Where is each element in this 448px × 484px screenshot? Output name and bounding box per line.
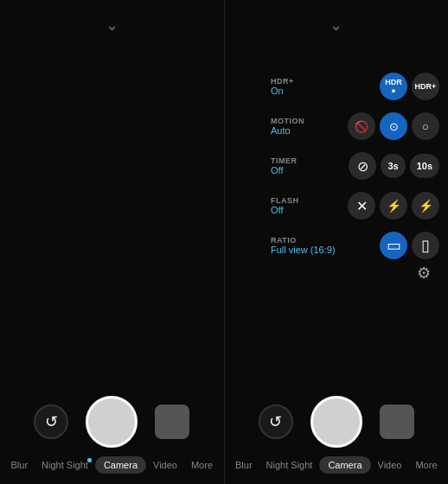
- tab-night-sight-left[interactable]: Night Sight: [35, 456, 95, 474]
- gear-button[interactable]: ⚙: [410, 259, 438, 287]
- thumbnail-button[interactable]: [155, 404, 189, 439]
- motion-options: 🚫 ⊙ ○: [348, 112, 439, 140]
- hdr-active-button[interactable]: HDR●: [380, 73, 407, 100]
- hdr-category: HDR+: [271, 77, 340, 86]
- left-bottom-bar: ↺ Blur Night Sight Camera Video More: [0, 389, 224, 484]
- ratio-category: RATIO: [271, 236, 340, 245]
- timer-options: ⊘ 3s 10s: [349, 152, 439, 180]
- right-thumbnail-button[interactable]: [380, 404, 414, 439]
- settings-overlay: HDR+ On HDR● HDR+ MOTION Auto 🚫 ⊙ ○: [271, 69, 439, 263]
- hdr-options: HDR● HDR+: [380, 73, 439, 100]
- left-camera-controls: ↺: [34, 389, 189, 448]
- timer-category: TIMER: [271, 156, 340, 165]
- motion-auto-button[interactable]: ⊙: [380, 112, 407, 140]
- hdr-value: On: [271, 86, 340, 96]
- tab-video-right[interactable]: Video: [371, 456, 409, 474]
- left-viewfinder: ⌄: [0, 0, 224, 389]
- right-camera-panel: ⌄ HDR+ On HDR● HDR+ MOTION Auto: [225, 0, 449, 484]
- motion-off-button[interactable]: 🚫: [348, 112, 375, 140]
- flash-off-button[interactable]: ✕: [348, 192, 375, 220]
- tab-video-left[interactable]: Video: [146, 456, 184, 474]
- hdr-label: HDR+ On: [271, 77, 340, 96]
- right-shutter-button[interactable]: [310, 396, 362, 448]
- flash-label: FLASH Off: [271, 196, 340, 215]
- timer-setting-row: TIMER Off ⊘ 3s 10s: [271, 149, 439, 183]
- left-camera-panel: ⌄ ↺ Blur Night Sight Camera Video More: [0, 0, 224, 484]
- tab-camera-left[interactable]: Camera: [95, 456, 146, 474]
- right-bottom-bar: ↺ Blur Night Sight Camera Video More: [225, 389, 449, 484]
- flash-category: FLASH: [271, 196, 340, 205]
- tab-blur-right[interactable]: Blur: [228, 456, 259, 474]
- right-chevron-down-icon[interactable]: ⌄: [330, 16, 342, 35]
- tab-camera-right[interactable]: Camera: [319, 456, 370, 474]
- flash-setting-row: FLASH Off ✕ ⚡ ⚡: [271, 188, 439, 223]
- motion-on-button[interactable]: ○: [412, 112, 439, 140]
- night-sight-dot: [87, 458, 92, 462]
- ratio-full-button[interactable]: ▭: [380, 232, 407, 259]
- right-mode-tabs: Blur Night Sight Camera Video More: [225, 456, 449, 474]
- motion-label: MOTION Auto: [271, 117, 340, 136]
- timer-10s-button[interactable]: 10s: [410, 154, 439, 178]
- motion-value: Auto: [271, 125, 340, 136]
- tab-night-sight-right[interactable]: Night Sight: [259, 456, 320, 474]
- hdr-plus-button[interactable]: HDR+: [412, 73, 439, 100]
- ratio-options: ▭ ▯: [380, 232, 439, 259]
- flash-value: Off: [271, 205, 340, 215]
- ratio-value: Full view (16:9): [271, 245, 340, 255]
- right-viewfinder: ⌄ HDR+ On HDR● HDR+ MOTION Auto: [225, 0, 449, 389]
- ratio-square-button[interactable]: ▯: [412, 232, 439, 259]
- tab-more-left[interactable]: More: [184, 456, 220, 474]
- timer-off-button[interactable]: ⊘: [349, 152, 376, 180]
- tab-blur-left[interactable]: Blur: [4, 456, 35, 474]
- flash-auto-button[interactable]: ⚡: [380, 192, 407, 220]
- timer-value: Off: [271, 165, 340, 175]
- ratio-label: RATIO Full view (16:9): [271, 236, 340, 255]
- flash-options: ✕ ⚡ ⚡: [348, 192, 439, 220]
- motion-category: MOTION: [271, 117, 340, 125]
- shutter-button[interactable]: [86, 396, 138, 448]
- motion-setting-row: MOTION Auto 🚫 ⊙ ○: [271, 109, 439, 143]
- timer-label: TIMER Off: [271, 156, 340, 175]
- left-mode-tabs: Blur Night Sight Camera Video More: [0, 456, 224, 474]
- right-rotate-button[interactable]: ↺: [259, 404, 293, 439]
- flash-on-button[interactable]: ⚡: [412, 192, 439, 220]
- rotate-button[interactable]: ↺: [34, 404, 68, 439]
- chevron-down-icon[interactable]: ⌄: [106, 16, 118, 35]
- hdr-setting-row: HDR+ On HDR● HDR+: [271, 69, 439, 104]
- timer-3s-button[interactable]: 3s: [381, 154, 405, 178]
- ratio-setting-row: RATIO Full view (16:9) ▭ ▯: [271, 228, 439, 263]
- tab-more-right[interactable]: More: [408, 456, 444, 474]
- right-camera-controls: ↺: [259, 389, 414, 448]
